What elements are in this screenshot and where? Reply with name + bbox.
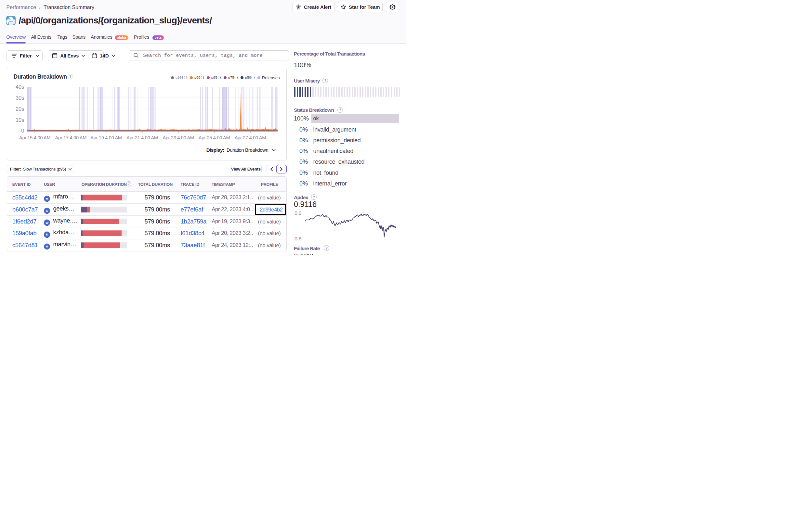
svg-text:30s: 30s	[15, 94, 24, 100]
svg-text:Apr 17 4:00 AM: Apr 17 4:00 AM	[55, 135, 86, 140]
svg-text:0.9: 0.9	[294, 210, 302, 216]
svg-text:0.8: 0.8	[294, 236, 302, 241]
svg-text:Apr 19 4:00 AM: Apr 19 4:00 AM	[90, 135, 122, 140]
svg-text:40s: 40s	[15, 84, 24, 90]
svg-text:20s: 20s	[15, 106, 24, 112]
svg-text:Apr 27 4:00 AM: Apr 27 4:00 AM	[234, 135, 266, 140]
svg-text:Apr 25 4:00 AM: Apr 25 4:00 AM	[198, 135, 230, 140]
svg-text:Apr 23 4:00 AM: Apr 23 4:00 AM	[163, 135, 194, 140]
svg-text:Apr 15 4:00 AM: Apr 15 4:00 AM	[19, 135, 50, 140]
svg-text:10s: 10s	[15, 117, 24, 123]
svg-text:Apr 21 4:00 AM: Apr 21 4:00 AM	[126, 135, 158, 140]
svg-text:0: 0	[21, 127, 24, 133]
